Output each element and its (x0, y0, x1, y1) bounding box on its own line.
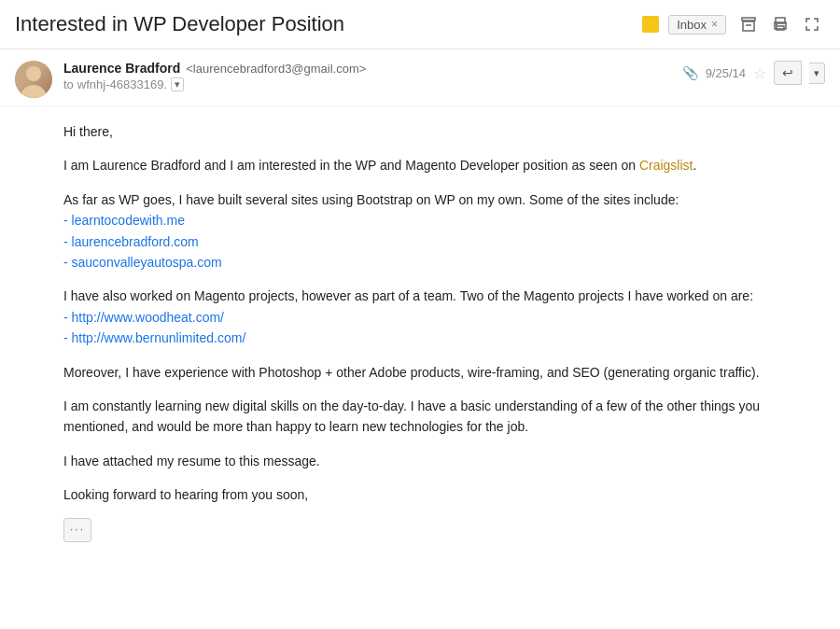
craigslist-link[interactable]: Craigslist (639, 158, 693, 173)
print-icon (772, 16, 789, 33)
email-body: Hi there, I am Laurence Bradford and I a… (0, 106, 840, 565)
link-laurencebradford[interactable]: - laurencebradford.com (63, 234, 199, 249)
reply-dropdown-button[interactable]: ▾ (809, 63, 825, 84)
email-header: Interested in WP Developer Position Inbo… (0, 0, 840, 49)
to-address: wfnhj-46833169. (77, 77, 167, 91)
para4: Moreover, I have experience with Photosh… (63, 362, 784, 383)
archive-icon (740, 16, 757, 33)
star-button[interactable]: ☆ (753, 64, 766, 82)
para5: I am constantly learning new digital ski… (63, 396, 784, 438)
expand-icon (804, 16, 820, 33)
label-tag-icon[interactable] (642, 16, 659, 33)
inbox-label: Inbox (677, 18, 707, 32)
attachment-icon: 📎 (682, 65, 698, 80)
email-meta: 📎 9/25/14 ☆ ↩ ▾ (682, 61, 825, 85)
inbox-close-button[interactable]: × (711, 18, 718, 31)
link-woodheat[interactable]: - http://www.woodheat.com/ (63, 310, 224, 325)
para1: I am Laurence Bradford and I am interest… (63, 155, 784, 175)
para3: I have also worked on Magento projects, … (63, 286, 784, 348)
avatar (15, 61, 52, 98)
svg-rect-1 (743, 21, 754, 31)
email-date: 9/25/14 (706, 66, 746, 80)
link-learntocode[interactable]: - learntocodewith.me (63, 213, 185, 228)
link-bernunlimited[interactable]: - http://www.bernunlimited.com/ (63, 330, 245, 345)
svg-rect-0 (742, 18, 755, 21)
svg-point-6 (776, 24, 777, 26)
to-prefix: to (63, 77, 74, 91)
para7: Looking forward to hearing from you soon… (63, 484, 784, 505)
sender-name[interactable]: Laurence Bradford (63, 61, 180, 76)
inbox-badge: Inbox × (668, 15, 726, 35)
header-actions (735, 11, 825, 37)
to-dropdown-button[interactable]: ▾ (171, 77, 184, 91)
archive-button[interactable] (735, 11, 762, 37)
ellipsis-button[interactable]: ··· (63, 518, 91, 541)
para2: As far as WP goes, I have built several … (63, 189, 784, 273)
reply-button[interactable]: ↩ (774, 61, 802, 85)
print-button[interactable] (767, 11, 793, 37)
para6: I have attached my resume to this messag… (63, 451, 784, 471)
expand-button[interactable] (799, 11, 825, 37)
svg-rect-5 (777, 26, 784, 30)
sender-row: Laurence Bradford <laurencebradford3@gma… (0, 49, 840, 106)
email-subject: Interested in WP Developer Position (15, 12, 633, 36)
sender-info: Laurence Bradford <laurencebradford3@gma… (63, 61, 682, 91)
greeting: Hi there, (63, 121, 784, 142)
link-sauconvalley[interactable]: - sauconvalleyautospa.com (63, 255, 222, 270)
sender-email[interactable]: <laurencebradford3@gmail.com> (186, 62, 366, 76)
